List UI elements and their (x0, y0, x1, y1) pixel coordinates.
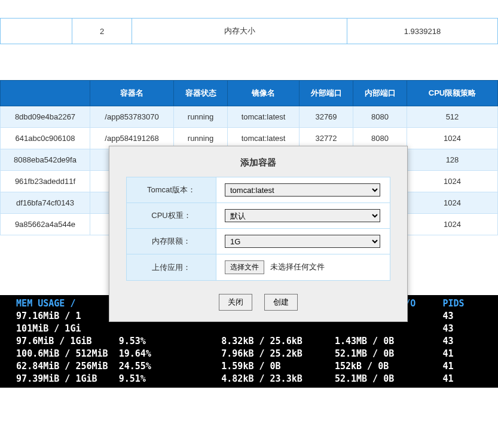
upload-app-label: 上传应用： (127, 254, 216, 281)
modal-footer: 关闭 创建 (109, 288, 407, 321)
cpu-weight-label: CPU权重： (127, 203, 216, 229)
terminal-line: 100.6MiB / 512MiB 19.64% 7.96kB / 25.2kB… (0, 348, 498, 360)
table-cell-cpu: 512 (407, 106, 498, 128)
cpu-weight-select[interactable]: 默认 (225, 209, 380, 222)
terminal-line: 101MiB / 1Gi 43 (0, 323, 498, 335)
memory-limit-cell: 1G (216, 229, 390, 254)
top-summary-row: 2 内存大小 1.9339218 (1, 19, 498, 44)
modal-form-table: Tomcat版本： tomcat:latest CPU权重： 默认 内存限额： (126, 177, 390, 281)
table-row[interactable]: 8dbd09e4ba2267/app853783070runningtomcat… (1, 106, 498, 128)
col-cpu: CPU限额策略 (407, 81, 498, 106)
table-cell-status: running (174, 106, 228, 128)
table-cell-cpu: 1024 (407, 192, 498, 214)
table-cell-id: df16bfa74cf0143 (1, 192, 90, 214)
cpu-weight-cell: 默认 (216, 203, 390, 229)
top-cell-0 (1, 19, 72, 44)
file-status-text: 未选择任何文件 (270, 262, 325, 271)
top-cell-2: 内存大小 (132, 19, 347, 44)
table-cell-id: 641abc0c906108 (1, 128, 90, 149)
table-cell-id: 961fb23adedd11f (1, 171, 90, 192)
create-button[interactable]: 创建 (264, 294, 298, 311)
top-summary-table: 2 内存大小 1.9339218 (0, 18, 498, 44)
tomcat-version-cell: tomcat:latest (216, 177, 390, 203)
memory-limit-select[interactable]: 1G (225, 235, 380, 248)
terminal-line: 97.6MiB / 1GiB 9.53% 8.32kB / 25.6kB 1.4… (0, 335, 498, 348)
table-cell-image: tomcat:latest (228, 106, 300, 128)
modal-title: 添加容器 (109, 146, 407, 177)
memory-limit-label: 内存限额： (127, 229, 216, 254)
container-table-header-row: 容器名 容器状态 镜像名 外部端口 内部端口 CPU限额策略 (1, 81, 498, 106)
table-cell-cpu: 128 (407, 149, 498, 171)
col-status: 容器状态 (174, 81, 228, 106)
table-cell-id: 9a85662a4a544e (1, 214, 90, 235)
table-cell-intPort: 8080 (353, 106, 407, 128)
terminal-line: 62.84MiB / 256MiB 24.55% 1.59kB / 0B 152… (0, 360, 498, 373)
col-id (1, 81, 90, 106)
table-cell-extPort: 32769 (300, 106, 353, 128)
add-container-modal: 添加容器 Tomcat版本： tomcat:latest CPU权重： 默认 (109, 146, 408, 322)
tomcat-version-select[interactable]: tomcat:latest (225, 183, 380, 197)
terminal-line: 97.39MiB / 1GiB 9.51% 4.82kB / 23.3kB 52… (0, 373, 498, 385)
col-intport: 内部端口 (353, 81, 407, 106)
table-cell-id: 8088eba542de9fa (1, 149, 90, 171)
col-image: 镜像名 (228, 81, 300, 106)
col-name: 容器名 (90, 81, 174, 106)
table-cell-cpu: 1024 (407, 171, 498, 192)
table-cell-name: /app853783070 (90, 106, 174, 128)
tomcat-version-label: Tomcat版本： (127, 177, 216, 203)
close-button[interactable]: 关闭 (219, 294, 252, 311)
choose-file-button[interactable]: 选择文件 (225, 260, 264, 274)
table-cell-cpu: 1024 (407, 128, 498, 149)
upload-app-cell: 选择文件 未选择任何文件 (216, 254, 390, 281)
col-extport: 外部端口 (300, 81, 353, 106)
table-cell-id: 8dbd09e4ba2267 (1, 106, 90, 128)
modal-body: Tomcat版本： tomcat:latest CPU权重： 默认 内存限额： (109, 177, 407, 288)
top-cell-1: 2 (72, 19, 132, 44)
top-cell-3: 1.9339218 (347, 19, 498, 44)
table-cell-cpu: 1024 (407, 214, 498, 235)
